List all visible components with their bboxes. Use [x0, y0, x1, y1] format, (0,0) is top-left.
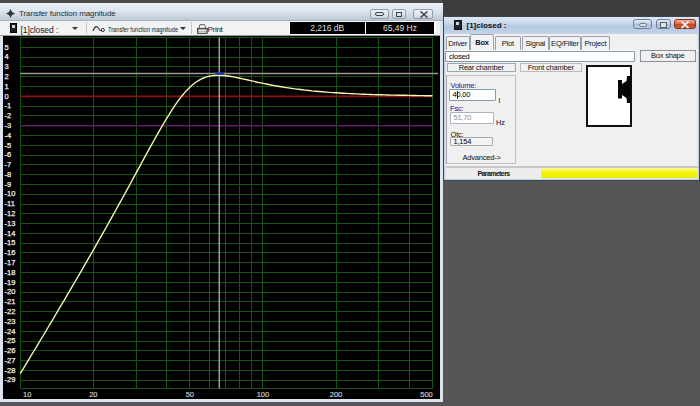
svg-text:-10: -10 [5, 189, 16, 198]
svg-text:-16: -16 [5, 248, 16, 257]
svg-text:100: 100 [257, 390, 270, 399]
svg-text:-9: -9 [5, 180, 12, 189]
svg-text:-4: -4 [5, 131, 12, 140]
svg-text:3: 3 [5, 62, 9, 71]
svg-text:200: 200 [330, 390, 343, 399]
svg-text:20: 20 [89, 390, 97, 399]
svg-text:-2: -2 [5, 111, 12, 120]
svg-text:1: 1 [5, 82, 9, 91]
svg-text:-29: -29 [5, 375, 16, 384]
svg-text:-7: -7 [5, 160, 12, 169]
svg-text:-11: -11 [5, 199, 15, 208]
svg-text:-28: -28 [5, 366, 16, 375]
svg-text:2: 2 [5, 72, 9, 81]
svg-text:-3: -3 [5, 121, 12, 130]
svg-text:-13: -13 [5, 219, 16, 228]
svg-text:-19: -19 [5, 278, 16, 287]
svg-text:10: 10 [23, 390, 31, 399]
svg-text:-23: -23 [5, 317, 16, 326]
svg-text:-27: -27 [5, 356, 16, 365]
svg-text:-25: -25 [5, 336, 16, 345]
svg-text:-14: -14 [5, 229, 16, 238]
svg-text:-15: -15 [5, 238, 16, 247]
svg-text:5: 5 [5, 43, 9, 52]
svg-text:-8: -8 [5, 170, 12, 179]
svg-text:4: 4 [5, 52, 9, 61]
svg-text:500: 500 [420, 390, 433, 399]
svg-text:-24: -24 [5, 327, 16, 336]
svg-text:-17: -17 [5, 258, 16, 267]
svg-text:-18: -18 [5, 268, 16, 277]
svg-text:50: 50 [186, 390, 194, 399]
svg-text:-22: -22 [5, 307, 16, 316]
svg-text:-21: -21 [5, 297, 16, 306]
svg-text:-1: -1 [5, 101, 12, 110]
svg-text:-12: -12 [5, 209, 16, 218]
svg-text:-20: -20 [5, 287, 16, 296]
svg-text:0: 0 [5, 92, 9, 101]
svg-text:-5: -5 [5, 141, 12, 150]
svg-text:-6: -6 [5, 150, 12, 159]
svg-text:-26: -26 [5, 346, 16, 355]
